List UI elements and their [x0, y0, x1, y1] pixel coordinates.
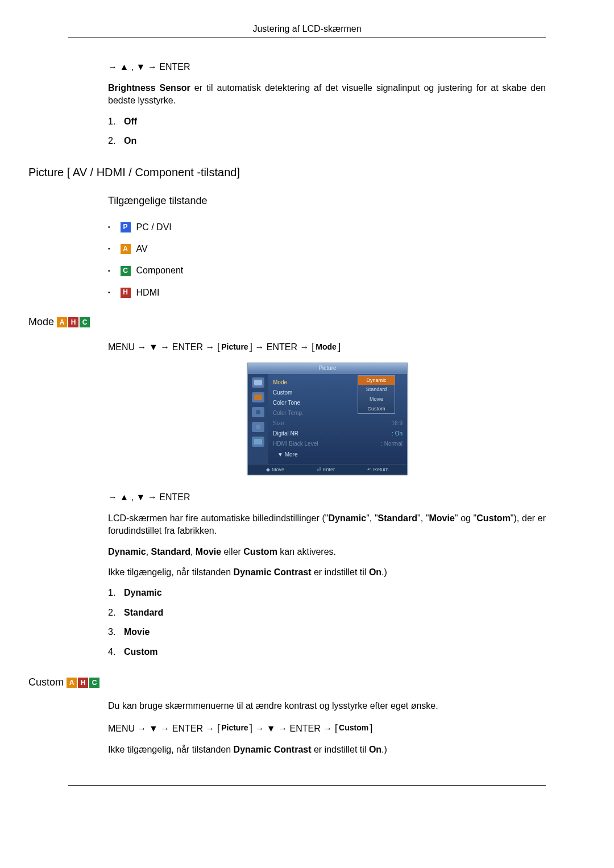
page-header: Justering af LCD-skærmen — [68, 23, 546, 38]
brightness-sensor-label: Brightness Sensor — [108, 83, 190, 93]
dropdown-item: Movie — [358, 394, 395, 404]
brightness-nav: → ▲ , ▼ → ENTER — [108, 61, 546, 73]
mode-desc3: Ikke tilgængelig, når tilstanden Dynamic… — [108, 566, 546, 579]
available-modes-list: •PPC / DVI •AAV •CComponent •HHDMI — [108, 221, 546, 300]
available-modes-title: Tilgængelige tilstande — [108, 194, 546, 208]
list-item: 1.Dynamic — [108, 587, 546, 599]
list-item: •CComponent — [108, 264, 546, 277]
option-icon — [252, 422, 264, 432]
osd-row: Digital NR: On — [273, 429, 403, 439]
list-item: 2.Standard — [108, 607, 546, 619]
osd-return: ↶ Return — [367, 466, 389, 474]
osd-move: ◆ Move — [266, 466, 284, 474]
mode-desc2: Dynamic, Standard, Movie eller Custom ka… — [108, 546, 546, 558]
brightness-desc: Brightness Sensor er til automatisk dete… — [108, 82, 546, 107]
osd-menu: Picture Mode Custom Color Tone Color Tem… — [247, 363, 406, 476]
setup-icon — [252, 407, 264, 417]
svg-rect-4 — [254, 439, 262, 445]
osd-title: Picture — [248, 363, 407, 374]
mode-options: 1.Dynamic 2.Standard 3.Movie 4.Custom — [108, 587, 546, 658]
multi-icon — [252, 437, 264, 447]
h-icon: H — [78, 678, 88, 688]
list-item: •HHDMI — [108, 286, 546, 299]
osd-row: Size: 16:9 — [273, 418, 403, 429]
osd-enter: ⏎ Enter — [317, 466, 335, 474]
mode-nav: MENU → ▼ → ENTER → [Picture] → ENTER → [… — [108, 339, 546, 355]
svg-rect-0 — [254, 380, 262, 385]
list-item: 2.On — [108, 135, 546, 147]
svg-point-3 — [256, 425, 260, 429]
custom-section-title: Custom A H C — [28, 675, 546, 690]
osd-dropdown: Dynamic Standard Movie Custom — [358, 375, 395, 414]
osd-more: ▼ More — [273, 449, 403, 460]
p-icon: P — [121, 222, 131, 232]
list-item: 3.Movie — [108, 626, 546, 638]
custom-nav: MENU → ▼ → ENTER → [Picture] → ▼ → ENTER… — [108, 721, 546, 736]
osd-row: HDMI Black Level: Normal — [273, 439, 403, 449]
a-icon: A — [121, 244, 131, 254]
a-icon: A — [57, 317, 67, 327]
mode-nav2: → ▲ , ▼ → ENTER — [108, 491, 546, 504]
c-icon: C — [80, 317, 90, 327]
mode-desc1: LCD-skærmen har fire automatiske billedi… — [108, 512, 546, 538]
c-icon: C — [121, 266, 131, 276]
svg-rect-1 — [254, 394, 262, 400]
c-icon: C — [89, 678, 99, 688]
list-item: •PPC / DVI — [108, 221, 546, 234]
page-title: Justering af LCD-skærmen — [252, 24, 361, 34]
h-icon: H — [68, 317, 78, 327]
osd-footer: ◆ Move ⏎ Enter ↶ Return — [248, 464, 407, 475]
dropdown-item: Custom — [358, 404, 395, 414]
brightness-options: 1.Off 2.On — [108, 115, 546, 148]
list-item: 1.Off — [108, 115, 546, 128]
picture-icon — [252, 377, 264, 388]
sound-icon — [252, 392, 264, 402]
dropdown-item: Standard — [358, 385, 395, 394]
h-icon: H — [121, 288, 131, 298]
footer-rule — [68, 785, 546, 786]
custom-desc2: Ikke tilgængelig, når tilstanden Dynamic… — [108, 744, 546, 756]
a-icon: A — [67, 678, 77, 688]
custom-desc1: Du kan bruge skærmmenuerne til at ændre … — [108, 700, 546, 712]
mode-section-title: Mode A H C — [28, 315, 546, 329]
list-item: •AAV — [108, 243, 546, 255]
list-item: 4.Custom — [108, 646, 546, 658]
osd-sidebar — [248, 374, 268, 464]
svg-point-2 — [256, 410, 260, 414]
picture-section-title: Picture [ AV / HDMI / Component -tilstan… — [28, 164, 546, 180]
dropdown-item-selected: Dynamic — [358, 376, 395, 385]
